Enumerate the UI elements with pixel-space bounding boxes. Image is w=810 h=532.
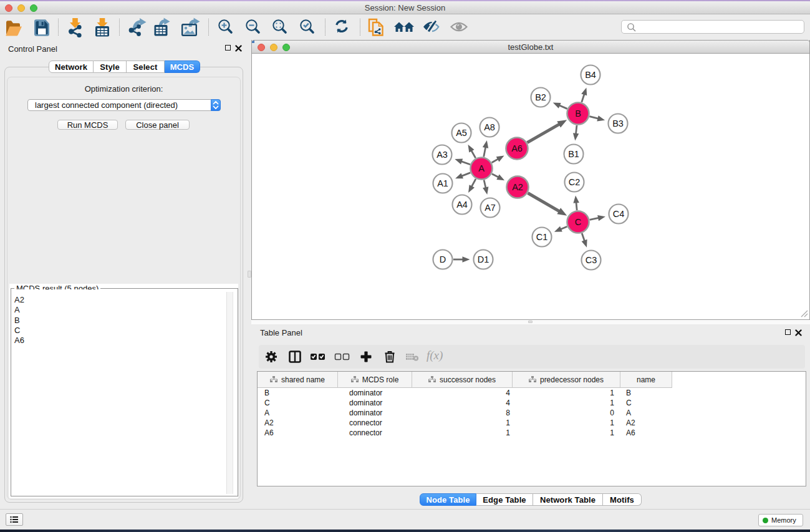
svg-text:C3: C3: [586, 255, 597, 265]
svg-text:B: B: [575, 109, 581, 118]
svg-text:A8: A8: [484, 122, 495, 132]
svg-text:A5: A5: [456, 128, 467, 138]
svg-text:A4: A4: [456, 200, 468, 210]
svg-text:D1: D1: [478, 254, 489, 264]
svg-text:B3: B3: [612, 118, 624, 128]
svg-text:B1: B1: [568, 149, 579, 159]
svg-text:A7: A7: [485, 203, 496, 213]
svg-text:C4: C4: [613, 209, 625, 219]
svg-text:B2: B2: [535, 92, 546, 102]
svg-text:A: A: [478, 163, 485, 173]
svg-text:C2: C2: [569, 177, 581, 187]
svg-text:C1: C1: [536, 232, 548, 242]
svg-text:B4: B4: [585, 70, 596, 80]
svg-text:C: C: [575, 217, 581, 227]
svg-text:A6: A6: [511, 143, 523, 153]
svg-text:D: D: [440, 254, 446, 264]
svg-text:A1: A1: [437, 178, 448, 188]
svg-text:A3: A3: [436, 150, 448, 160]
svg-text:A2: A2: [512, 182, 523, 192]
